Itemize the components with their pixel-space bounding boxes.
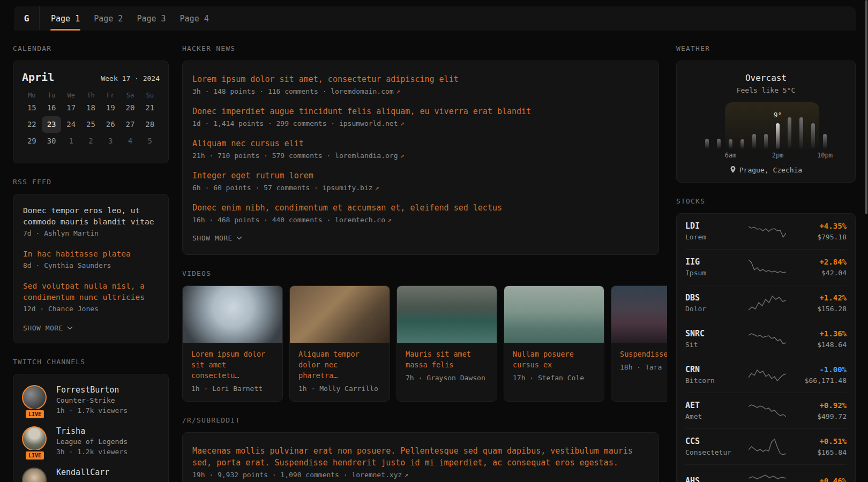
video-card[interactable]: Lorem ipsum dolor sit amet consectetu…1h… <box>182 285 283 402</box>
video-card[interactable]: Mauris sit amet massa felis7h · Grayson … <box>396 285 497 402</box>
stock-price: $66,171.48 <box>786 375 847 386</box>
video-card[interactable]: Suspendisse diam18h · Tara <box>611 285 667 402</box>
video-title[interactable]: Lorem ipsum dolor sit amet consectetu… <box>191 349 274 381</box>
calendar-day[interactable]: 28 <box>140 116 160 133</box>
stock-row[interactable]: SNRCSit+1.36%$148.64 <box>685 321 847 357</box>
weather-time-label: 10pm <box>817 151 833 160</box>
calendar-day[interactable]: 17 <box>61 100 81 116</box>
stock-info: IIGIpsum <box>685 257 749 278</box>
rss-show-more-button[interactable]: SHOW MORE <box>23 324 159 332</box>
hackernews-item-title[interactable]: Donec imperdiet augue tincidunt felis al… <box>192 106 649 117</box>
calendar-day[interactable]: 25 <box>81 116 101 133</box>
main-column: HACKER NEWS Lorem ipsum dolor sit amet, … <box>182 45 659 482</box>
calendar-day[interactable]: 24 <box>61 116 81 133</box>
rss-item-title[interactable]: Sed volutpat nulla nisl, a condimentum n… <box>23 281 159 303</box>
stock-row[interactable]: LDILorem+4.35%$795.18 <box>685 214 847 249</box>
tab-page-4[interactable]: Page 4 <box>179 6 209 31</box>
weather-hour-bar <box>717 139 721 149</box>
stock-info: LDILorem <box>685 221 749 242</box>
calendar-day[interactable]: 4 <box>121 133 140 149</box>
calendar-day[interactable]: 2 <box>81 133 101 149</box>
weather-widget: Overcast Feels like 5°C 9° 6am2pm10pm Pr… <box>676 61 856 183</box>
video-title[interactable]: Suspendisse diam <box>620 349 667 359</box>
calendar-section: CALENDAR April Week 17 · 2024 MoTuWeThFr… <box>13 45 169 163</box>
live-badge: LIVE <box>24 450 46 461</box>
video-title[interactable]: Aliquam tempor dolor nec pharetra… <box>298 349 381 381</box>
hackernews-show-more-button[interactable]: SHOW MORE <box>192 234 649 242</box>
calendar-day[interactable]: 23 <box>42 116 62 133</box>
stock-ticker: SNRC <box>685 328 749 340</box>
stock-row[interactable]: IIGIpsum+2.84%$42.04 <box>685 249 847 285</box>
calendar-day[interactable]: 26 <box>101 116 121 133</box>
rss-item-title[interactable]: In hac habitasse platea <box>23 248 159 260</box>
hackernews-item-meta-text: 3h · 148 points · 116 comments · loremdo… <box>192 87 394 95</box>
calendar-day[interactable]: 20 <box>121 100 140 116</box>
stock-info: DBSDolor <box>685 292 749 314</box>
weather-location-label: Prague, Czechia <box>739 166 802 174</box>
rss-section-title: RSS FEED <box>13 178 169 186</box>
stock-change-percent: +1.42% <box>786 292 847 304</box>
hackernews-item-meta: 1d · 1,414 points · 299 comments · ipsum… <box>192 118 649 129</box>
tab-page-3[interactable]: Page 3 <box>136 6 166 31</box>
hackernews-section-title: HACKER NEWS <box>182 45 659 52</box>
stock-row[interactable]: CCSConsectetur+0.51%$165.84 <box>685 428 847 464</box>
calendar-day[interactable]: 30 <box>42 133 62 149</box>
stock-ticker: AHS <box>685 476 749 482</box>
page-tabs: Page 1Page 2Page 3Page 4 <box>50 6 222 31</box>
external-link-icon: ↗ <box>387 216 392 224</box>
hackernews-item-title[interactable]: Integer eget rutrum lorem <box>192 170 649 182</box>
hackernews-show-more-label: SHOW MORE <box>192 234 233 242</box>
tab-page-1[interactable]: Page 1 <box>50 6 80 31</box>
video-thumbnail <box>611 286 667 343</box>
stock-row[interactable]: DBSDolor+1.42%$156.28 <box>685 285 847 321</box>
stock-sparkline <box>749 330 786 348</box>
calendar-day[interactable]: 22 <box>22 116 42 133</box>
calendar-day[interactable]: 19 <box>101 100 121 116</box>
stock-sparkline <box>749 258 786 276</box>
subreddit-item-title[interactable]: Maecenas mollis pulvinar erat non posuer… <box>192 445 649 469</box>
calendar-dow-label: Fr <box>101 91 121 100</box>
hackernews-item-title[interactable]: Donec enim nibh, condimentum et accumsan… <box>192 202 649 214</box>
stock-row[interactable]: AETAmet+0.92%$499.72 <box>685 393 847 428</box>
stocks-widget: LDILorem+4.35%$795.18IIGIpsum+2.84%$42.0… <box>676 213 856 482</box>
hackernews-item-title[interactable]: Aliquam nec cursus elit <box>192 138 649 149</box>
calendar-day[interactable]: 5 <box>140 133 160 149</box>
twitch-channel-row[interactable]: KendallCarr <box>22 468 160 482</box>
stock-values: +0.46% <box>786 476 847 482</box>
twitch-channel-name[interactable]: KendallCarr <box>56 468 109 478</box>
tab-page-2[interactable]: Page 2 <box>93 6 123 31</box>
right-column: WEATHER Overcast Feels like 5°C 9° 6am2p… <box>676 45 856 482</box>
calendar-day[interactable]: 18 <box>81 100 101 116</box>
video-title[interactable]: Nullam posuere cursus ex <box>513 349 595 370</box>
weather-hour-bar <box>705 139 709 149</box>
calendar-day[interactable]: 27 <box>121 116 140 133</box>
videos-row: Lorem ipsum dolor sit amet consectetu…1h… <box>182 285 667 402</box>
video-thumbnail <box>290 286 390 343</box>
avatar <box>22 426 47 451</box>
video-card[interactable]: Nullam posuere cursus ex17h · Stefan Col… <box>504 285 604 402</box>
video-card[interactable]: Aliquam tempor dolor nec pharetra…1h · M… <box>289 285 390 402</box>
calendar-day[interactable]: 21 <box>140 100 160 116</box>
calendar-day[interactable]: 29 <box>22 133 42 149</box>
rss-item-title[interactable]: Donec tempor eros leo, ut commodo mauris… <box>23 205 159 228</box>
rss-item-meta: 7d · Ashlyn Martin <box>23 228 159 239</box>
twitch-channel-row[interactable]: LIVETrishaLeague of Legends3h · 1.2k vie… <box>22 426 160 457</box>
app-logo[interactable]: G <box>14 6 40 31</box>
hackernews-item-title[interactable]: Lorem ipsum dolor sit amet, consectetur … <box>192 73 649 85</box>
stock-row[interactable]: AHS+0.46% <box>685 464 847 482</box>
twitch-channel-name[interactable]: Trisha <box>56 426 128 436</box>
stock-change-percent: +0.51% <box>786 436 847 447</box>
calendar-day[interactable]: 15 <box>22 100 42 116</box>
page-scrollbar[interactable] <box>865 0 867 214</box>
twitch-channel-name[interactable]: ForrestBurton <box>56 385 128 395</box>
stock-values: +0.92%$499.72 <box>786 400 847 421</box>
calendar-widget: April Week 17 · 2024 MoTuWeThFrSaSu 1516… <box>13 61 169 163</box>
twitch-channel-row[interactable]: LIVEForrestBurtonCounter-Strike1h · 1.7k… <box>22 385 160 416</box>
rss-item: In hac habitasse platea8d · Cynthia Saun… <box>23 248 159 271</box>
stock-row[interactable]: CRNBitcorn-1.00%$66,171.48 <box>685 357 847 393</box>
video-title[interactable]: Mauris sit amet massa felis <box>406 349 488 370</box>
avatar <box>22 468 47 482</box>
calendar-day[interactable]: 3 <box>101 133 121 149</box>
calendar-day[interactable]: 1 <box>61 133 81 149</box>
calendar-day[interactable]: 16 <box>42 100 62 116</box>
